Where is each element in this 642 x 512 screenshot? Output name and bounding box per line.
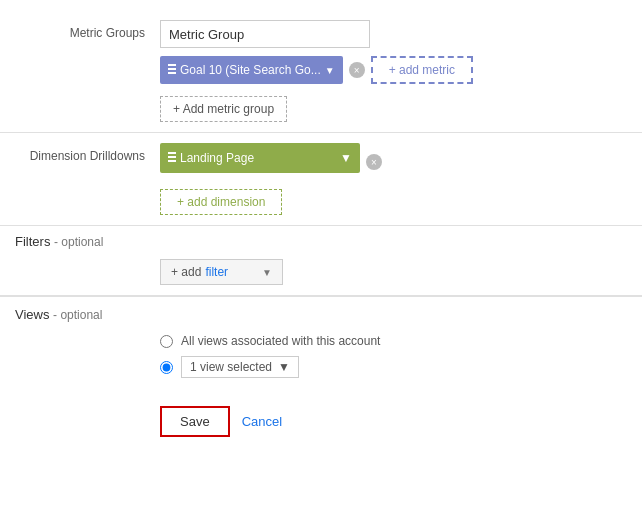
view-selected-dropdown-icon: ▼ bbox=[278, 360, 290, 374]
metric-groups-content: Goal 10 (Site Search Go... ▼ × + add met… bbox=[160, 20, 642, 122]
dimension-tag-row: Landing Page ▼ × bbox=[160, 143, 622, 181]
metric-groups-label: Metric Groups bbox=[0, 20, 160, 40]
cancel-link[interactable]: Cancel bbox=[242, 414, 282, 429]
metric-tag-close-btn[interactable]: × bbox=[349, 62, 365, 78]
add-filter-prefix: + add bbox=[171, 265, 201, 279]
metric-groups-row: Metric Groups Goal 10 (Site Search Go...… bbox=[0, 10, 642, 133]
dimension-drilldowns-label: Dimension Drilldowns bbox=[0, 143, 160, 163]
selected-view-radio-row: 1 view selected ▼ bbox=[160, 352, 642, 382]
add-metric-button[interactable]: + add metric bbox=[371, 56, 473, 84]
action-row: Save Cancel bbox=[0, 392, 642, 447]
filters-row: + add filter ▼ bbox=[0, 251, 642, 296]
add-filter-button[interactable]: + add filter ▼ bbox=[160, 259, 283, 285]
dimension-drag-handle-icon bbox=[168, 152, 176, 164]
dimension-drilldowns-row: Dimension Drilldowns Landing Page ▼ × + … bbox=[0, 133, 642, 226]
all-views-label: All views associated with this account bbox=[181, 334, 380, 348]
metric-tag-dropdown-icon[interactable]: ▼ bbox=[325, 65, 335, 76]
dimension-tag-close-btn[interactable]: × bbox=[366, 154, 382, 170]
drag-handle-icon bbox=[168, 64, 176, 76]
dimension-tag[interactable]: Landing Page ▼ bbox=[160, 143, 360, 173]
view-selected-dropdown[interactable]: 1 view selected ▼ bbox=[181, 356, 299, 378]
filters-label: Filters - optional bbox=[0, 234, 103, 249]
all-views-radio[interactable] bbox=[160, 335, 173, 348]
views-row: All views associated with this account 1… bbox=[0, 324, 642, 392]
selected-view-radio[interactable] bbox=[160, 361, 173, 374]
filters-section-header: Filters - optional bbox=[0, 226, 642, 251]
add-dimension-button[interactable]: + add dimension bbox=[160, 189, 282, 215]
form-container: Metric Groups Goal 10 (Site Search Go...… bbox=[0, 0, 642, 457]
metric-tag-text: Goal 10 (Site Search Go... bbox=[180, 63, 321, 77]
save-button[interactable]: Save bbox=[160, 406, 230, 437]
dimension-tag-dropdown-icon[interactable]: ▼ bbox=[340, 151, 352, 165]
metric-group-name-row bbox=[160, 20, 622, 48]
view-selected-label: 1 view selected bbox=[190, 360, 272, 374]
dimension-drilldowns-content: Landing Page ▼ × + add dimension bbox=[160, 143, 642, 215]
filter-link[interactable]: filter bbox=[205, 265, 228, 279]
dimension-tag-text: Landing Page bbox=[180, 151, 336, 165]
filter-dropdown-icon: ▼ bbox=[262, 267, 272, 278]
all-views-radio-row: All views associated with this account bbox=[160, 330, 642, 352]
views-label: Views - optional bbox=[0, 307, 102, 322]
views-section-header: Views - optional bbox=[0, 296, 642, 324]
metric-tag-row: Goal 10 (Site Search Go... ▼ × + add met… bbox=[160, 56, 622, 84]
metric-tag[interactable]: Goal 10 (Site Search Go... ▼ bbox=[160, 56, 343, 84]
metric-group-name-input[interactable] bbox=[160, 20, 370, 48]
add-metric-group-button[interactable]: + Add metric group bbox=[160, 96, 287, 122]
